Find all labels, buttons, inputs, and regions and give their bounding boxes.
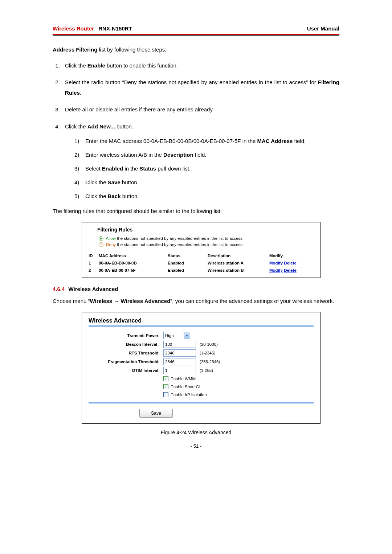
brand-label: Wireless Router: [53, 25, 94, 32]
filtering-table: ID MAC Address Status Description Modify…: [89, 252, 314, 274]
substep-1: Enter the MAC address 00-0A-EB-B0-00-0B/…: [74, 137, 339, 145]
blue-rule: [89, 402, 314, 405]
rts-range: (1-2346): [198, 351, 238, 355]
checkbox-checked-icon: ✓: [163, 384, 168, 389]
page-header: Wireless Router RNX-N150RT User Manual: [53, 25, 339, 34]
dropdown-arrow-icon: ▼: [184, 332, 190, 339]
mid-text: The filtering rules that configured shou…: [53, 207, 339, 216]
delete-link[interactable]: Delete: [284, 261, 297, 265]
beacon-range: (20-1000): [198, 342, 238, 346]
table-row: 2 00-0A-EB-00-07-5F Enabled Wireless sta…: [89, 267, 314, 274]
section-heading: 4.6.4 Wireless Advanced: [53, 286, 339, 292]
step-2: Select the radio button “Deny the statio…: [61, 77, 339, 98]
step-4: Click the Add New... button. Enter the M…: [61, 122, 339, 201]
deny-radio-row[interactable]: Deny the stations not specified by any e…: [99, 242, 314, 247]
step-1: Click the Enable button to enable this f…: [61, 61, 339, 71]
filtering-rules-figure: Filtering Rules Allow the stations not s…: [82, 222, 320, 278]
col-mac: MAC Address: [99, 252, 168, 259]
frag-range: (256-2346): [198, 360, 238, 364]
col-desc: Description: [208, 252, 269, 259]
radio-selected-icon: [99, 236, 103, 241]
dtim-interval-input[interactable]: 1: [163, 367, 196, 374]
substep-2: Enter wireless station A/B in the Descri…: [74, 151, 339, 159]
enable-wmm-label: Enable WMM: [171, 377, 196, 381]
table-row: 1 00-0A-EB-B0-00-0B Enabled Wireless sta…: [89, 259, 314, 267]
modify-link[interactable]: Modify: [269, 268, 283, 272]
modify-link[interactable]: Modify: [269, 261, 283, 265]
dtim-range: (1-255): [198, 368, 238, 373]
enable-short-gi-label: Enable Short GI: [171, 385, 200, 389]
intro-line: Address Filtering list by following thes…: [53, 46, 339, 54]
address-filtering-label: Address Filtering: [53, 46, 97, 53]
allow-radio-row[interactable]: Allow the stations not specified by any …: [99, 236, 314, 241]
figure-caption: Figure 4-24 Wireless Advanced: [53, 430, 339, 435]
manual-label: User Manual: [307, 25, 339, 32]
transmit-power-label: Transmit Power:: [89, 333, 161, 338]
blue-rule: [89, 325, 314, 328]
substep-5: Click the Back button.: [74, 192, 339, 201]
radio-unselected-icon: [99, 242, 103, 247]
section-title: Wireless Advanced: [69, 286, 118, 292]
substeps-list: Enter the MAC address 00-0A-EB-B0-00-0B/…: [65, 137, 339, 201]
beacon-interval-input[interactable]: 100: [163, 341, 196, 348]
dtim-interval-label: DTIM Interval:: [89, 368, 161, 373]
transmit-power-select[interactable]: High ▼: [163, 332, 190, 339]
page-number: - 51 -: [53, 443, 339, 449]
enable-ap-isolation-label: Enable AP Isolation: [171, 393, 207, 397]
beacon-interval-label: Beacon Interval :: [89, 342, 161, 346]
frag-threshold-label: Fragmentation Threshold:: [89, 360, 161, 364]
step-3: Delete all or disable all entries if the…: [61, 104, 339, 115]
section-paragraph: Choose menu “Wireless → Wireless Advance…: [53, 297, 339, 305]
enable-short-gi-row[interactable]: ✓ Enable Short GI: [89, 383, 314, 390]
delete-link[interactable]: Delete: [284, 268, 297, 272]
model-label: RNX-N150RT: [98, 25, 132, 32]
rts-threshold-label: RTS Threshold:: [89, 351, 161, 355]
col-status: Status: [168, 252, 208, 259]
enable-wmm-row[interactable]: ✓ Enable WMM: [89, 376, 314, 382]
substep-4: Click the Save button.: [74, 178, 339, 187]
checkbox-unchecked-icon: [163, 392, 168, 397]
col-modify: Modify: [269, 252, 314, 259]
enable-ap-isolation-row[interactable]: Enable AP Isolation: [89, 391, 314, 398]
wireless-advanced-figure: Wireless Advanced Transmit Power: High ▼…: [82, 312, 320, 424]
header-rule: [53, 34, 339, 36]
section-number: 4.6.4: [53, 286, 65, 292]
steps-list: Click the Enable button to enable this f…: [53, 61, 339, 201]
save-button[interactable]: Save: [139, 409, 173, 418]
filtering-rules-title: Filtering Rules: [97, 227, 314, 233]
frag-threshold-input[interactable]: 2346: [163, 358, 196, 365]
checkbox-checked-icon: ✓: [163, 376, 168, 381]
col-id: ID: [89, 252, 99, 259]
rts-threshold-input[interactable]: 2346: [163, 349, 196, 357]
wireless-advanced-title: Wireless Advanced: [89, 317, 314, 324]
substep-3: Select Enabled in the Status pull-down l…: [74, 164, 339, 173]
